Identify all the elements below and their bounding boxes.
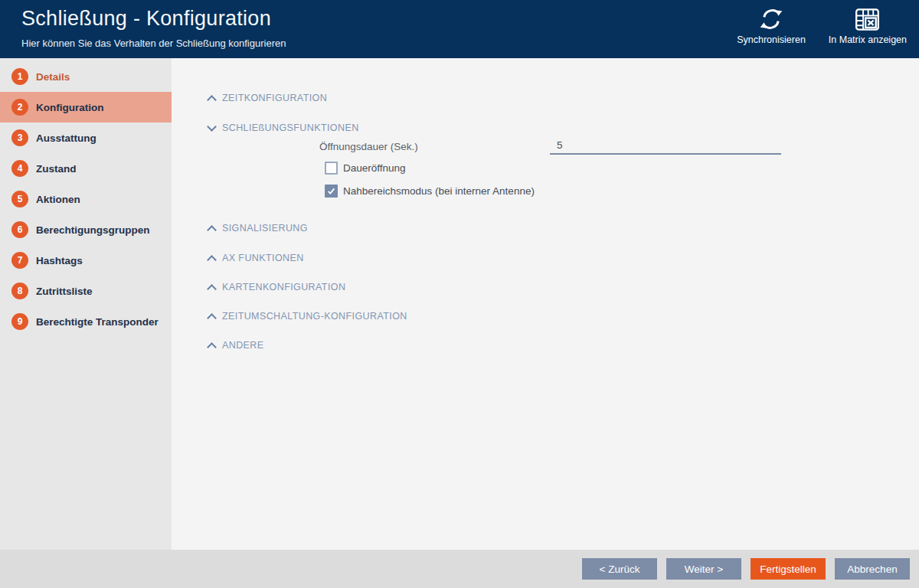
sync-icon <box>760 7 783 31</box>
abbrechen-button[interactable]: Abbrechen <box>835 558 910 580</box>
step-number-badge: 8 <box>11 283 28 299</box>
sidebar-item-label: Berechtigte Transponder <box>36 316 159 328</box>
section-label: SIGNALISIERUNG <box>222 223 308 234</box>
header-actions: Synchronisieren In Matrix anzeigen <box>737 7 907 45</box>
section-label: KARTENKONFIGURATION <box>222 282 345 292</box>
sidebar-item-details[interactable]: 1 Details <box>0 61 172 92</box>
chevron-up-icon <box>207 313 217 323</box>
weiter-button[interactable]: Weiter > <box>666 558 741 580</box>
sidebar-item-hashtags[interactable]: 7 Hashtags <box>0 245 172 276</box>
section-label: ANDERE <box>222 340 264 351</box>
synchronisieren-label: Synchronisieren <box>737 34 806 45</box>
zurueck-button[interactable]: < Zurück <box>582 558 657 580</box>
section-zeitumschaltung-konfiguration[interactable]: ZEITUMSCHALTUNG-KONFIGURATION <box>208 309 407 323</box>
sidebar-item-label: Hashtags <box>36 255 83 266</box>
in-matrix-anzeigen-label: In Matrix anzeigen <box>829 34 907 45</box>
section-schliessungsfunktionen[interactable]: SCHLIEßUNGSFUNKTIONEN <box>208 121 359 135</box>
page-subtitle: Hier können Sie das Verhalten der Schlie… <box>21 38 286 49</box>
sidebar-item-label: Ausstattung <box>36 132 96 144</box>
footer-bar: < Zurück Weiter > Fertigstellen Abbreche… <box>0 550 919 588</box>
step-number-badge: 6 <box>11 221 28 238</box>
section-ax-funktionen[interactable]: AX FUNKTIONEN <box>208 251 304 265</box>
content-area: ZEITKONFIGURATION SCHLIEßUNGSFUNKTIONEN … <box>172 58 919 550</box>
sidebar-item-zutrittsliste[interactable]: 8 Zutrittsliste <box>0 276 172 306</box>
sidebar-item-label: Konfiguration <box>36 102 103 113</box>
oeffnungsdauer-label: Öffnungsdauer (Sek.) <box>319 141 418 152</box>
chevron-up-icon <box>207 284 217 294</box>
sidebar-item-label: Details <box>36 71 70 83</box>
page-title: Schließung - Konfiguration <box>21 7 271 31</box>
chevron-up-icon <box>207 225 217 235</box>
step-number-badge: 4 <box>11 160 28 177</box>
section-label: AX FUNKTIONEN <box>222 253 304 263</box>
sidebar-item-ausstattung[interactable]: 3 Ausstattung <box>0 122 172 153</box>
daueroeffnung-label: Daueröffnung <box>343 162 406 174</box>
section-label: ZEITUMSCHALTUNG-KONFIGURATION <box>222 311 407 322</box>
matrix-icon <box>855 7 879 31</box>
in-matrix-anzeigen-button[interactable]: In Matrix anzeigen <box>829 7 907 45</box>
chevron-down-icon <box>207 122 217 132</box>
step-number-badge: 9 <box>11 313 28 330</box>
checkbox-icon <box>325 162 338 175</box>
sidebar-item-aktionen[interactable]: 5 Aktionen <box>0 184 172 214</box>
section-signalisierung[interactable]: SIGNALISIERUNG <box>208 221 308 235</box>
section-zeitkonfiguration[interactable]: ZEITKONFIGURATION <box>208 91 327 105</box>
sidebar-item-label: Zutrittsliste <box>36 286 93 297</box>
chevron-up-icon <box>207 342 217 352</box>
section-label: SCHLIEßUNGSFUNKTIONEN <box>222 122 359 133</box>
sidebar-item-berechtigungsgruppen[interactable]: 6 Berechtigungsgruppen <box>0 214 172 245</box>
synchronisieren-button[interactable]: Synchronisieren <box>737 7 806 45</box>
chevron-up-icon <box>207 255 217 265</box>
nahbereich-checkbox[interactable]: Nahbereichsmodus (bei interner Antenne) <box>325 184 535 198</box>
section-andere[interactable]: ANDERE <box>208 338 264 352</box>
sidebar-item-label: Berechtigungsgruppen <box>36 224 150 236</box>
fertigstellen-button[interactable]: Fertigstellen <box>751 558 826 580</box>
step-number-badge: 7 <box>11 252 28 269</box>
step-number-badge: 1 <box>11 68 28 85</box>
header: Schließung - Konfiguration Hier können S… <box>0 0 919 58</box>
section-label: ZEITKONFIGURATION <box>222 93 327 103</box>
checkbox-checked-icon <box>325 185 338 198</box>
step-number-badge: 3 <box>11 129 28 146</box>
sidebar-item-label: Zustand <box>36 163 77 175</box>
section-kartenkonfiguration[interactable]: KARTENKONFIGURATION <box>208 280 345 294</box>
sidebar-item-zustand[interactable]: 4 Zustand <box>0 153 172 184</box>
sidebar-item-konfiguration[interactable]: 2 Konfiguration <box>0 92 172 122</box>
footer-buttons: < Zurück Weiter > Fertigstellen Abbreche… <box>582 558 910 580</box>
chevron-up-icon <box>207 95 217 105</box>
nahbereich-label: Nahbereichsmodus (bei interner Antenne) <box>343 185 535 197</box>
step-number-badge: 5 <box>11 191 28 207</box>
step-number-badge: 2 <box>11 99 28 116</box>
oeffnungsdauer-input[interactable] <box>550 138 781 155</box>
wizard-sidebar: 1 Details 2 Konfiguration 3 Ausstattung … <box>0 58 172 550</box>
daueroeffnung-checkbox[interactable]: Daueröffnung <box>325 161 406 175</box>
sidebar-item-label: Aktionen <box>36 194 80 205</box>
sidebar-item-berechtigte-transponder[interactable]: 9 Berechtigte Transponder <box>0 306 172 337</box>
